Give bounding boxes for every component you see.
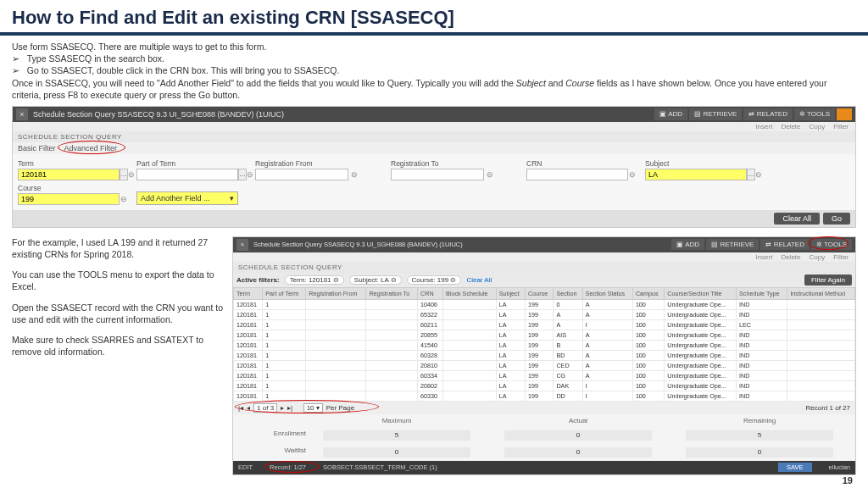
- copy-link[interactable]: Copy: [810, 123, 826, 130]
- regto-input[interactable]: [391, 169, 484, 180]
- remove-icon[interactable]: ⊖: [484, 169, 496, 180]
- col-header[interactable]: Course: [526, 287, 554, 299]
- table-row[interactable]: 120181160330LA199DDI100Undergraduate Ope…: [234, 391, 855, 401]
- remove-icon[interactable]: ⊖: [755, 169, 762, 180]
- col-header[interactable]: Registration From: [306, 287, 366, 299]
- col-header[interactable]: Block Schedule: [443, 287, 497, 299]
- tools-button[interactable]: ✲ TOOLS: [811, 239, 852, 250]
- lookup-icon[interactable]: …: [747, 169, 755, 180]
- crn-label: CRN: [526, 159, 637, 168]
- enrollment-label: Enrollment: [238, 430, 306, 441]
- action-row: Clear All Go: [13, 210, 855, 227]
- intro-line: Once in SSASECQ, you will need to "Add A…: [12, 77, 856, 101]
- enroll-remain: 5: [686, 430, 833, 441]
- remove-icon[interactable]: ⊖: [128, 169, 135, 180]
- col-header[interactable]: CRN: [418, 287, 443, 299]
- tools-button[interactable]: ✲ TOOLS: [794, 108, 835, 120]
- col-header[interactable]: Term: [234, 287, 263, 299]
- course-input[interactable]: [18, 193, 120, 205]
- col-header[interactable]: Part of Term: [263, 287, 306, 299]
- add-button[interactable]: ▣ ADD: [671, 239, 704, 250]
- intro-line: Use form SSASECQ. There are multiple way…: [12, 41, 856, 53]
- lookup-icon[interactable]: …: [238, 169, 247, 180]
- table-row[interactable]: 120181165322LA199AA100Undergraduate Ope.…: [234, 309, 855, 319]
- save-button[interactable]: SAVE: [778, 463, 811, 472]
- filter-link[interactable]: Filter: [833, 123, 849, 130]
- insert-link[interactable]: Insert: [755, 253, 772, 261]
- active-filters-bar: Active filters: Term: 120181 ⊖ Subject: …: [233, 273, 855, 287]
- col-header[interactable]: Section: [554, 287, 582, 299]
- add-button[interactable]: ▣ ADD: [654, 108, 687, 120]
- instruction-para: Open the SSASECT record with the CRN you…: [12, 302, 224, 325]
- remove-icon[interactable]: ⊖: [120, 193, 128, 205]
- col-header[interactable]: Registration To: [366, 287, 418, 299]
- remove-icon[interactable]: ⊖: [247, 169, 253, 180]
- insert-link[interactable]: Insert: [755, 123, 772, 130]
- filter-again-button[interactable]: Filter Again: [804, 274, 852, 286]
- query-pane: × Schedule Section Query SSASECQ 9.3 UI_…: [12, 106, 856, 228]
- close-icon[interactable]: ×: [236, 239, 248, 251]
- filter-pill-term[interactable]: Term: 120181 ⊖: [285, 275, 344, 285]
- pot-input[interactable]: [136, 169, 238, 180]
- prev-page-icon[interactable]: ◂: [247, 404, 250, 412]
- table-row[interactable]: 120181160328LA199BDA100Undergraduate Ope…: [234, 350, 855, 360]
- regfrom-input[interactable]: [255, 169, 348, 180]
- table-row[interactable]: 120181120855LA199AISA100Undergraduate Op…: [234, 330, 855, 340]
- close-icon[interactable]: ×: [16, 108, 28, 120]
- retrieve-button[interactable]: ▤ RETRIEVE: [706, 239, 759, 250]
- table-row[interactable]: 120181120810LA199CEDA100Undergraduate Op…: [234, 360, 855, 370]
- copy-link[interactable]: Copy: [810, 253, 826, 261]
- page-number: 19: [843, 475, 853, 485]
- col-header[interactable]: Section Status: [582, 287, 632, 299]
- go-button[interactable]: Go: [823, 213, 850, 225]
- basic-filter-tab[interactable]: Basic Filter: [18, 144, 56, 152]
- course-label: Course: [18, 184, 128, 192]
- col-header[interactable]: Instructional Method: [787, 287, 855, 299]
- window-title: Schedule Section Query SSASECQ 9.3 UI_SG…: [33, 110, 654, 119]
- col-header[interactable]: Schedule Type: [737, 287, 787, 299]
- perpage-label: Per Page: [326, 404, 354, 412]
- subject-input[interactable]: [645, 169, 747, 180]
- filter-pill-course[interactable]: Course: 199 ⊖: [407, 275, 462, 285]
- perpage-select[interactable]: 10 ▾: [303, 403, 323, 413]
- max-label: Maximum: [306, 417, 487, 424]
- window-titlebar: × Schedule Section Query SSASECQ 9.3 UI_…: [13, 107, 855, 122]
- clear-all-link[interactable]: Clear All: [466, 276, 492, 284]
- next-page-icon[interactable]: ▸: [281, 404, 284, 412]
- notification-badge[interactable]: [837, 108, 852, 120]
- term-label: Term: [18, 159, 128, 168]
- filter-link[interactable]: Filter: [833, 253, 849, 261]
- summary-enrollment: Enrollment 5 0 5: [233, 427, 855, 444]
- wait-max: 0: [323, 447, 470, 458]
- remove-icon[interactable]: ⊖: [628, 169, 637, 180]
- first-page-icon[interactable]: |◂: [238, 404, 243, 412]
- intro-text: Use form SSASECQ. There are multiple way…: [0, 36, 868, 104]
- delete-link[interactable]: Delete: [781, 253, 800, 261]
- term-input[interactable]: [18, 169, 120, 180]
- table-row[interactable]: 120181160211LA199AI100Undergraduate Ope.…: [234, 319, 855, 330]
- table-row[interactable]: 120181110406LA1990A100Undergraduate Ope.…: [234, 299, 855, 309]
- related-button[interactable]: ⇄ RELATED: [743, 108, 793, 120]
- col-header[interactable]: Course/Section Title: [665, 287, 737, 299]
- lookup-icon[interactable]: …: [120, 169, 128, 180]
- filter-pill-subject[interactable]: Subject: LA ⊖: [349, 275, 402, 285]
- clearall-button[interactable]: Clear All: [774, 213, 820, 225]
- retrieve-button[interactable]: ▤ RETRIEVE: [689, 108, 742, 120]
- crn-input[interactable]: [526, 169, 628, 180]
- footer-bar: EDIT Record: 1/27 SOBSECT.SSBSECT_TERM_C…: [233, 461, 855, 474]
- last-page-icon[interactable]: ▸|: [287, 404, 292, 412]
- add-field-dropdown[interactable]: Add Another Field ...▾: [136, 191, 238, 205]
- col-header[interactable]: Subject: [496, 287, 525, 299]
- advanced-filter-tab[interactable]: Advanced Filter: [64, 144, 118, 152]
- related-button[interactable]: ⇄ RELATED: [760, 239, 810, 250]
- col-header[interactable]: Campus: [632, 287, 664, 299]
- filter-fields: Term…⊖ Part of Term…⊖ Registration From⊖…: [13, 154, 855, 210]
- enroll-max: 5: [323, 430, 470, 441]
- table-row[interactable]: 120181141540LA199BA100Undergraduate Ope.…: [234, 340, 855, 350]
- window-titlebar: × Schedule Section Query SSASECQ 9.3 UI_…: [233, 237, 855, 252]
- table-row[interactable]: 120181120802LA199DAKI100Undergraduate Op…: [234, 380, 855, 391]
- table-row[interactable]: 120181160334LA199CGA100Undergraduate Ope…: [234, 370, 855, 380]
- page-title: How to Find and Edit an existing CRN [SS…: [0, 0, 868, 36]
- remove-icon[interactable]: ⊖: [348, 169, 360, 180]
- delete-link[interactable]: Delete: [781, 123, 800, 130]
